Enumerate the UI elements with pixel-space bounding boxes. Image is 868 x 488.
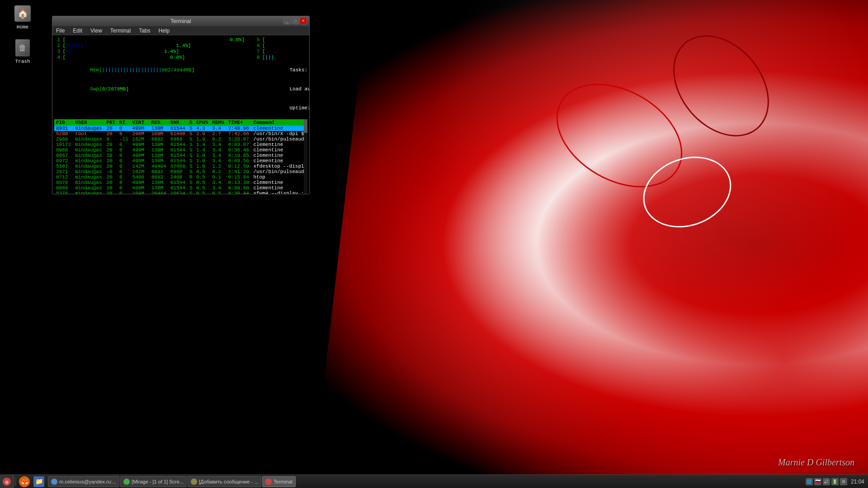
- home-icon-img: 🏠: [14, 5, 31, 22]
- table-row[interactable]: 5387mindaugas 20 0 142M 49404 37068S 1.0…: [54, 164, 307, 169]
- table-row[interactable]: 10172mindaugas 20 0 499M 138M 61544S 1.4…: [54, 142, 307, 147]
- col-cpu: CPU%: [194, 119, 210, 126]
- firefox-icon[interactable]: 🦊: [19, 476, 30, 487]
- tray-icons: 🌐 🇷🇺 🔊 🔋 ⚙: [806, 478, 847, 485]
- home-icon: 🏠: [14, 5, 32, 23]
- taskbar-apps: m.celiesius@yandex.ru:... [Mirage - [1 o…: [46, 476, 802, 487]
- tasks-row: Tasks: 98, 132 thr; 1 running: [254, 61, 309, 80]
- tray-battery-icon[interactable]: 🔋: [831, 478, 839, 485]
- table-row[interactable]: 5376mindaugas 20 0 104M 20484 16624S 0.5…: [54, 191, 307, 194]
- app-dot-message: [191, 479, 197, 485]
- scrollbar-thumb: [304, 119, 307, 133]
- cpu-right: 5 [ 0.0%] 6 [ 0.0%]: [249, 37, 309, 117]
- table-row[interactable]: 8972mindaugas 20 0 499M 138M 61544S 1.0 …: [54, 158, 307, 164]
- col-shr: SHR: [169, 119, 188, 126]
- col-pid: PID: [54, 119, 73, 126]
- menu-file[interactable]: File: [55, 28, 66, 34]
- uptime-row: Uptime: 04:55:02: [254, 99, 309, 117]
- col-mem: MEM%: [210, 119, 226, 126]
- taskbar-app-email[interactable]: m.celiesius@yandex.ru:...: [48, 476, 119, 487]
- menu-tabs[interactable]: Tabs: [137, 28, 151, 34]
- table-row[interactable]: 2971mindaugas -6 0 162M 8892 6980S 0.5 0…: [54, 169, 307, 174]
- table-row[interactable]: 8931mindaugas 20 0 499M 138M 61544S 4.3 …: [54, 126, 307, 131]
- table-row[interactable]: 8712mindaugas 20 05400 8892 2408R 0.5 0.…: [54, 174, 307, 180]
- process-table: PID USER PRI NI VIRT RES SHR S CPU% MEM%…: [54, 119, 307, 194]
- cpu-row-4: 4 [ 0.0%]: [54, 55, 245, 61]
- terminal-menubar: File Edit View Terminal Tabs Help: [52, 26, 309, 35]
- cpu-left: 1 [ 0.0%] 2 [ ||||||: [54, 37, 245, 117]
- tray-settings-icon[interactable]: ⚙: [840, 478, 847, 485]
- load-row: Load average: 0.04 0.13 0.16: [254, 80, 309, 99]
- cpu-row-5: 5 [ 0.0%]: [254, 37, 309, 43]
- cpu-row-7: 7 [ 0.0%]: [254, 49, 309, 55]
- table-row[interactable]: 5280root 20 0 296M 109M 61808S 2.9 2.7 7…: [54, 131, 307, 136]
- terminal-window: Terminal _ □ ✕ File Edit View Terminal T…: [52, 16, 310, 194]
- menu-help[interactable]: Help: [157, 28, 171, 34]
- terminal-content[interactable]: 1 [ 0.0%] 2 [ ||||||: [52, 35, 309, 194]
- menu-edit[interactable]: Edit: [71, 28, 84, 34]
- app-dot-mirage: [123, 479, 130, 485]
- col-cmd: Command: [251, 119, 307, 126]
- desktop-icon-trash[interactable]: 🗑 Trash: [5, 39, 41, 64]
- signature: Marnie D Gilbertson: [778, 457, 854, 468]
- desktop: 🏠 Home 🗑 Trash Terminal _ □ ✕ File Edit …: [0, 0, 868, 488]
- minimize-button[interactable]: _: [283, 17, 291, 24]
- start-icon: ⚙: [2, 477, 11, 486]
- table-row[interactable]: 8970mindaugas 20 0 499M 138M 61544S 0.5 …: [54, 180, 307, 185]
- close-button[interactable]: ✕: [300, 17, 307, 24]
- taskbar-app-mirage[interactable]: [Mirage - [1 of 1] Scre...: [120, 476, 187, 487]
- cpu-row-3: 3 [ || 1.4%]: [54, 49, 245, 55]
- table-header-row: PID USER PRI NI VIRT RES SHR S CPU% MEM%…: [54, 119, 307, 126]
- trash-icon: 🗑: [14, 39, 32, 57]
- col-ni: NI: [118, 119, 131, 126]
- tray-flag-icon[interactable]: 🇷🇺: [814, 478, 821, 485]
- terminal-titlebar: Terminal _ □ ✕: [52, 16, 309, 26]
- scrollbar[interactable]: [304, 119, 307, 194]
- swp-row: Swp[0/2078MB]: [54, 80, 245, 99]
- table-row[interactable]: 8969mindaugas 20 0 499M 138M 61544S 0.5 …: [54, 185, 307, 191]
- col-s: S: [188, 119, 194, 126]
- table-row[interactable]: 2966mindaugas 9-11 162M 8892 6980S 1.9 0…: [54, 136, 307, 142]
- col-res: RES: [150, 119, 169, 126]
- terminal-title: Terminal: [170, 18, 191, 24]
- trash-icon-img: 🗑: [15, 39, 30, 56]
- taskbar-app-terminal[interactable]: Terminal: [262, 476, 296, 487]
- table-row[interactable]: 8967mindaugas 20 0 499M 138M 61544S 1.0 …: [54, 153, 307, 158]
- terminal-controls: _ □ ✕: [283, 17, 307, 24]
- clock: 21:04: [851, 479, 864, 485]
- app-label-message: [Добавить сообщение - ...: [199, 479, 258, 484]
- maximize-button[interactable]: □: [292, 17, 299, 24]
- cpu-section: 1 [ 0.0%] 2 [ ||||||: [54, 37, 307, 117]
- table-row[interactable]: 8968mindaugas 20 0 499M 138M 61544S 1.4 …: [54, 147, 307, 153]
- app-label-email: m.celiesius@yandex.ru:...: [59, 479, 116, 484]
- mem-row: Mem[||||||||||||||||||||602/4044MB]: [54, 61, 245, 80]
- tray-volume-icon[interactable]: 🔊: [823, 478, 830, 485]
- svg-text:⚙: ⚙: [5, 479, 9, 486]
- cpu-row-8: 8 [ ||| 0.9%]: [254, 55, 309, 61]
- process-table-container: PID USER PRI NI VIRT RES SHR S CPU% MEM%…: [54, 119, 307, 194]
- col-virt: VIRT: [131, 119, 150, 126]
- home-label: Home: [17, 24, 28, 30]
- col-user: USER: [73, 119, 104, 126]
- cpu-row-1: 1 [ 0.0%]: [54, 37, 245, 43]
- background-art: [312, 0, 868, 488]
- app-label-mirage: [Mirage - [1 of 1] Scre...: [132, 479, 184, 484]
- taskbar-right: 🌐 🇷🇺 🔊 🔋 ⚙ 21:04: [802, 478, 868, 485]
- taskbar-app-message[interactable]: [Добавить сообщение - ...: [188, 476, 261, 487]
- tray-network-icon[interactable]: 🌐: [806, 478, 813, 485]
- menu-view[interactable]: View: [89, 28, 104, 34]
- app-dot-terminal: [265, 479, 272, 485]
- desktop-icon-home[interactable]: 🏠 Home: [5, 5, 41, 30]
- app-dot-email: [51, 479, 57, 485]
- menu-terminal[interactable]: Terminal: [109, 28, 132, 34]
- app-label-terminal: Terminal: [274, 479, 292, 484]
- desktop-icons: 🏠 Home 🗑 Trash: [0, 0, 45, 64]
- col-pri: PRI: [104, 119, 118, 126]
- file-manager-icon[interactable]: 📁: [33, 476, 44, 487]
- trash-label: Trash: [15, 59, 30, 64]
- taskbar-separator: [14, 477, 16, 486]
- taskbar: ⚙ 🦊 📁 m.celiesius@yandex.ru:... [Mirage …: [0, 474, 868, 488]
- cpu-row-6: 6 [ 0.0%]: [254, 43, 309, 49]
- col-time: TIME+: [226, 119, 252, 126]
- start-button[interactable]: ⚙: [0, 475, 14, 488]
